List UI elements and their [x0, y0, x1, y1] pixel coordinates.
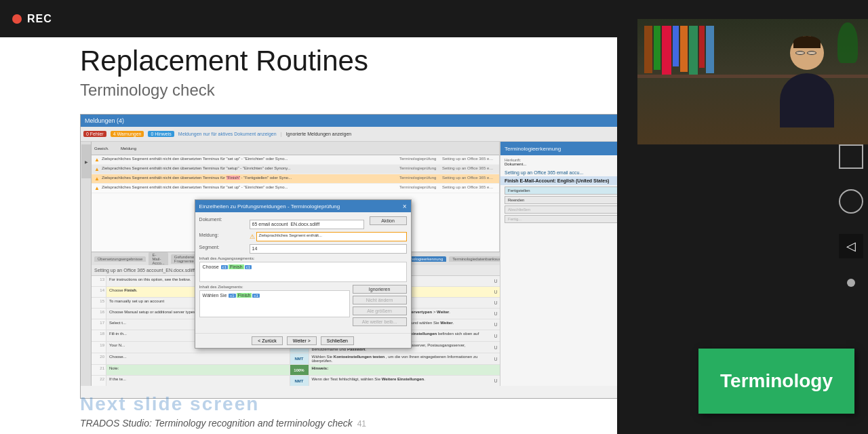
row-tgt-22: Wenn der Test fehlschlägt, wählen Sie We…: [309, 376, 492, 386]
row-num-22: 22: [92, 376, 106, 386]
webcam-panel: [637, 19, 868, 144]
main-content: REC Replacement Routines Terminology che…: [0, 0, 617, 434]
person-head: [790, 36, 824, 70]
toolbar-item-hints: 0 Hinweis: [148, 131, 174, 137]
dialog-alegroessern-button[interactable]: Ale größern: [353, 307, 407, 315]
msg-doc-2: Setting up an Office 365 email accu...: [442, 166, 496, 170]
book-1: [644, 26, 652, 73]
book-4: [673, 26, 679, 66]
warn-icon-2: ▲: [94, 166, 100, 172]
msg-col-gewich: Gewich.: [94, 146, 118, 151]
glass-left: [795, 51, 805, 55]
dialog-target-box: Wählen Sie c1Finishc1: [199, 290, 350, 317]
dialog-body: Dokument: Aktion Meldung: ⚠ Zielsprachli…: [195, 212, 411, 333]
row-status-19: U: [492, 342, 500, 353]
dialog-source-box: Choose c1Finishc1: [199, 262, 407, 282]
row-num-21: 21: [92, 365, 106, 375]
msg-text-2: Zielsprachliches Segment enthält nicht d…: [102, 166, 397, 170]
table-row: 21 Note: 100% Hinweis:: [92, 365, 500, 376]
tgt-tag-1: c1: [229, 294, 235, 298]
book-7: [699, 26, 705, 68]
toolbar-separator: |: [281, 131, 282, 137]
dialog-row-meldung: Meldung: ⚠ Zielsprachliches Segment enth…: [199, 232, 407, 241]
row-status-15: U: [492, 298, 500, 308]
dialog-meldung-value: Zielsprachliches Segment enthält...: [256, 232, 407, 241]
books-row: [644, 26, 766, 80]
dialog-aktion-button[interactable]: Aktion: [370, 216, 407, 225]
screenshot-area: Meldungen (4) ─ □ × 0 Fehler 4 Warnungen…: [80, 114, 650, 399]
dialog-aleweiter-button[interactable]: Ale weiter beib...: [353, 317, 407, 326]
dialog-back-button[interactable]: < Zurück: [252, 336, 282, 345]
msg-text-4: Zielsprachliches Segment enthält nicht d…: [102, 185, 397, 189]
dialog-nichtaendern-button[interactable]: Nicht ändern: [353, 296, 407, 304]
rec-dot: [12, 14, 22, 24]
tab-email[interactable]: E-Mail-Acco...: [149, 252, 167, 266]
msg-doc-4: Setting up an Office 365 email accu...: [442, 185, 496, 189]
row-status-13: U: [492, 276, 500, 286]
dialog-meldung-label: Meldung:: [199, 232, 247, 237]
toolbar-ignored[interactable]: Ignorierte Meldungen anzeigen: [286, 132, 352, 136]
hint-badge: 0 Hinweis: [148, 131, 174, 137]
dialog-title: Einzelheiten zu Prüfungsmeldungen - Term…: [199, 203, 340, 210]
row-src-22: If the te...: [106, 376, 290, 386]
glass-right: [807, 51, 816, 55]
nav-buttons: ◁: [834, 144, 868, 287]
row-tgt-20: Wählen Sie Kontoeinstellungen testen , u…: [309, 353, 492, 364]
row-num-16: 16: [92, 309, 106, 319]
warning-badge: 4 Warnungen: [111, 131, 144, 137]
row-status-18: U: [492, 330, 500, 341]
msg-row-3[interactable]: ▲ Zielsprachliches Segment enthält nicht…: [92, 174, 499, 184]
dialog-warn-icon: ⚠: [250, 233, 255, 240]
dialog-row-dokument: Dokument: Aktion: [199, 216, 407, 229]
nav-arrow-button[interactable]: ◁: [839, 234, 863, 258]
table-row: 20 Choose... NMT Wählen Sie Kontoeinstel…: [92, 353, 500, 365]
msg-type-1: Terminologieprüfung: [399, 157, 440, 161]
toolbar-active-doc[interactable]: Meldungen nur für aktives Dokument anzei…: [178, 132, 277, 136]
msg-doc-3: Setting up an Office 365 email accu...: [442, 176, 496, 180]
title-section: Replacement Routines Terminology check: [80, 37, 589, 100]
row-tgt-21: Hinweis:: [309, 365, 492, 375]
msg-row-1[interactable]: ▲ Zielsprachliches Segment enthält nicht…: [92, 155, 499, 165]
row-badge-20: NMT: [290, 353, 309, 364]
dialog-source-label: Inhalt des Ausgangssegments:: [199, 256, 407, 260]
src-tag-2: c1: [245, 265, 252, 269]
msg-row-4[interactable]: ▲ Zielsprachliches Segment enthält nicht…: [92, 184, 499, 193]
terminology-box: Terminology: [698, 349, 854, 414]
row-status-17: U: [492, 319, 500, 330]
row-num-18: 18: [92, 330, 106, 341]
tab-termdb[interactable]: Terminologiedatenbanksuche: [449, 256, 500, 262]
src-tag-1: c1: [221, 265, 228, 269]
nav-circle-button[interactable]: [839, 189, 863, 214]
dialog-row-segment: Segment:: [199, 244, 407, 254]
sidebar-tab-1[interactable]: ▶: [81, 144, 91, 178]
rec-label: REC: [27, 13, 52, 25]
msg-col-meldung: Meldung: [121, 146, 369, 151]
msg-text-3: Zielsprachliches Segment enthält nicht d…: [102, 176, 397, 180]
dialog-dokument-input[interactable]: [250, 220, 364, 229]
tab-fragmente[interactable]: Gefundene Fragmente: [171, 254, 198, 264]
msg-type-3: Terminologieprüfung: [399, 176, 440, 180]
warn-icon-4: ▲: [94, 185, 100, 191]
dialog-segment-input[interactable]: [250, 244, 407, 254]
table-row: 22 If the te... NMT Wenn der Test fehlsc…: [92, 376, 500, 386]
dialog-dokument-label: Dokument:: [199, 216, 247, 222]
breadcrumb: Setting up an Office 365 account_EN.docx…: [94, 268, 195, 273]
tab-ubersetzung[interactable]: Übersetzungsergebnisse: [94, 256, 146, 262]
nav-square-button[interactable]: [839, 144, 863, 169]
dialog-close-button[interactable]: ×: [403, 203, 407, 210]
tgt-tag-2: c1: [252, 294, 259, 298]
book-6: [689, 26, 698, 77]
page-number: 41: [357, 419, 366, 429]
dialog-target-section: Inhalt des Zielsegments: Wählen Sie c1Fi…: [199, 285, 407, 326]
msg-row-2[interactable]: ▲ Zielsprachliches Segment enthält nicht…: [92, 165, 499, 174]
messages-header: Gewich. Meldung: [92, 142, 499, 155]
dialog-next-button[interactable]: Weiter >: [287, 336, 317, 345]
dialog-close-footer-button[interactable]: Schließen: [321, 336, 354, 345]
dialog-ignorieren-button[interactable]: Ignorieren: [353, 285, 407, 294]
row-num-13: 13: [92, 276, 106, 286]
dialog-target-label: Inhalt des Zielsegments:: [199, 285, 350, 289]
row-status-16: U: [492, 309, 500, 319]
book-5: [680, 26, 688, 72]
row-badge-22: NMT: [290, 376, 309, 386]
row-status-21: [492, 365, 500, 375]
